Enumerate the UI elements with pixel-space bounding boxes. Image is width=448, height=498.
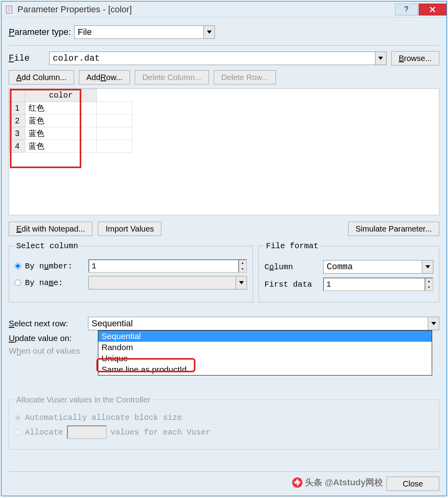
table-row: 2蓝色: [10, 115, 132, 127]
when-out-label: When out of values: [9, 346, 88, 356]
window-title: Parameter Properties - [color]: [17, 4, 394, 15]
by-number-radio[interactable]: [15, 263, 21, 269]
close-window-button[interactable]: [419, 4, 446, 15]
watermark: 今 头条 @Atstudy网校: [292, 477, 383, 488]
select-next-row-label: Select next row:: [9, 319, 88, 328]
first-data-label: First data: [264, 280, 320, 289]
file-path-combo[interactable]: color.dat: [49, 52, 387, 65]
update-value-label: Update value on:: [9, 333, 88, 343]
allocate-vuser-group: Allocate Vuser values in the Controller …: [9, 395, 439, 450]
select-column-group: Select column By number: ▲▼ By name:: [9, 241, 253, 303]
by-name-combo: [88, 276, 247, 289]
grid-corner: [10, 89, 25, 102]
file-format-group: File format Column Comma First data ▲▼: [258, 241, 439, 303]
select-next-row-dropdown[interactable]: Sequential Random Unique Same line as pr…: [98, 330, 432, 375]
delete-row-button: Delete Row...: [214, 70, 276, 84]
chevron-down-icon[interactable]: [203, 26, 214, 38]
allocate-label: Allocate: [25, 428, 63, 437]
dropdown-option[interactable]: Random: [98, 342, 432, 353]
allocate-count-input: [67, 425, 107, 439]
data-grid[interactable]: color 1红色 2蓝色 3蓝色 4蓝色: [9, 88, 439, 215]
dropdown-option[interactable]: Same line as productId: [98, 364, 432, 375]
browse-button[interactable]: Browse...: [391, 51, 439, 65]
watermark-icon: 今: [292, 477, 302, 488]
spinner-buttons[interactable]: ▲▼: [238, 259, 247, 273]
table-row: 3蓝色: [10, 127, 132, 140]
by-number-label: By number:: [25, 262, 84, 271]
auto-allocate-radio: [15, 415, 21, 421]
svg-rect-0: [6, 6, 12, 13]
edit-notepad-button[interactable]: Edit with Notepad...: [9, 222, 92, 236]
column-delim-label: Column: [264, 262, 320, 272]
dialog-window: Parameter Properties - [color] ? Paramet…: [1, 1, 447, 496]
parameter-type-combo[interactable]: File: [74, 25, 215, 39]
add-row-button[interactable]: Add Row...: [79, 70, 130, 84]
first-data-input[interactable]: [323, 278, 425, 291]
by-number-input[interactable]: [88, 259, 238, 273]
import-values-button[interactable]: Import Values: [98, 222, 161, 236]
column-header[interactable]: color: [25, 89, 97, 102]
delete-column-button: Delete Column...: [135, 70, 209, 84]
file-label: File: [9, 54, 44, 63]
table-row: 4蓝色: [10, 140, 132, 153]
table-row: 1红色: [10, 102, 132, 115]
by-name-label: By name:: [25, 278, 84, 287]
chevron-down-icon[interactable]: [375, 52, 386, 65]
chevron-down-icon: [235, 276, 247, 289]
auto-allocate-label: Automatically allocate block size: [25, 413, 182, 422]
add-column-button[interactable]: Add Column...: [9, 70, 74, 84]
close-button[interactable]: Close: [387, 477, 439, 491]
parameter-type-label: Parameter type:: [9, 27, 74, 37]
titlebar: Parameter Properties - [color] ?: [2, 2, 446, 17]
dropdown-option[interactable]: Unique: [98, 353, 432, 364]
select-next-row-combo[interactable]: Sequential: [88, 317, 439, 330]
simulate-parameter-button[interactable]: Simulate Parameter...: [348, 222, 439, 236]
app-icon: [5, 5, 14, 14]
dropdown-option[interactable]: Sequential: [98, 331, 432, 342]
allocate-radio: [15, 429, 21, 435]
spinner-buttons[interactable]: ▲▼: [425, 278, 433, 291]
chevron-down-icon[interactable]: [428, 317, 439, 330]
column-delim-combo[interactable]: Comma: [323, 260, 433, 274]
help-button[interactable]: ?: [395, 4, 418, 15]
allocate-suffix-label: values for each Vuser: [111, 428, 211, 437]
by-name-radio[interactable]: [15, 280, 21, 286]
chevron-down-icon[interactable]: [422, 260, 433, 273]
